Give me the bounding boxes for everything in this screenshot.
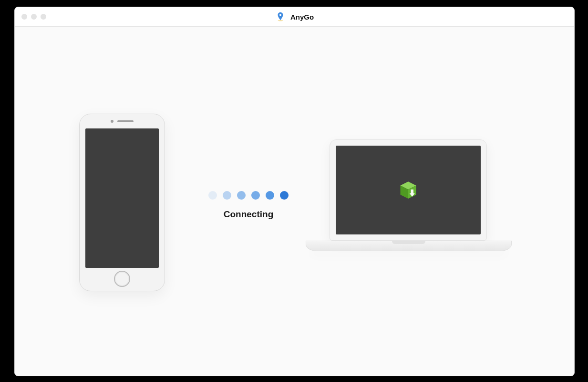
window-close-button[interactable] (21, 14, 27, 20)
progress-dot (223, 191, 231, 200)
content-area: Connecting (15, 27, 574, 376)
window-minimize-button[interactable] (31, 14, 37, 20)
package-download-icon (398, 180, 419, 201)
window-controls (21, 7, 46, 26)
progress-dot (208, 191, 217, 200)
svg-point-1 (278, 20, 283, 21)
status-label: Connecting (203, 209, 294, 220)
iphone-device-icon (79, 114, 165, 291)
laptop-screen (336, 146, 481, 234)
app-window: AnyGo Connecting (14, 7, 575, 376)
laptop-device-icon (306, 139, 511, 251)
progress-dot (251, 191, 260, 200)
titlebar: AnyGo (15, 7, 574, 27)
laptop-base (306, 241, 512, 251)
phone-home-button-icon (114, 271, 130, 287)
progress-dots (203, 191, 294, 200)
phone-screen (85, 128, 159, 268)
progress-dot (237, 191, 246, 200)
app-title: AnyGo (290, 13, 314, 21)
svg-point-0 (279, 14, 281, 16)
connection-status: Connecting (203, 191, 294, 220)
map-pin-icon (275, 11, 286, 22)
progress-dot (266, 191, 274, 200)
window-zoom-button[interactable] (41, 14, 46, 20)
progress-dot (280, 191, 289, 200)
